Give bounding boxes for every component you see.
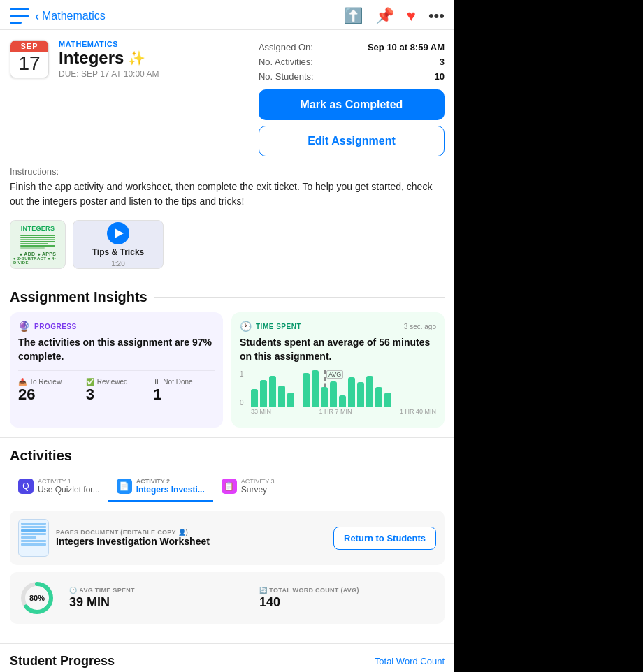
stats-divider [62, 584, 62, 612]
student-progress-title: Student Progress [10, 654, 115, 669]
insights-title: Assignment Insights [10, 289, 147, 305]
chart-bar [330, 381, 337, 407]
doc-info: PAGES DOCUMENT (EDITABLE COPY 👤) Integer… [56, 529, 326, 547]
activity-tab-2[interactable]: 📄 ACTIVITY 2 Integers Investi... [108, 472, 213, 502]
chart-bar [278, 386, 285, 407]
quizlet-icon: Q [18, 479, 34, 494]
video-attachment[interactable]: Tips & Tricks 1:20 [73, 220, 164, 269]
not-done-stat: ⏸ Not Done 1 [147, 378, 215, 404]
insights-grid: 🔮 PROGRESS The activities on this assign… [0, 312, 454, 437]
survey-icon: 📋 [222, 479, 237, 494]
pages-icon: 📄 [117, 479, 132, 494]
students-label: No. Students: [259, 71, 314, 82]
mark-completed-button[interactable]: Mark as Completed [259, 89, 445, 120]
activities-row: No. Activities: 3 [259, 54, 445, 69]
activity-tab-3[interactable]: 📋 ACTIVITY 3 Survey [213, 472, 283, 502]
avg-time-value: 39 MIN [69, 595, 245, 610]
inbox-icon: 📥 [18, 378, 27, 386]
progress-stats: 📥 To Review 26 ✅ Reviewed 3 ⏸ Not Done [18, 370, 215, 404]
x-label-33: 33 MIN [251, 408, 271, 415]
chart-bar [269, 376, 276, 407]
chart-y-top: 1 [240, 370, 244, 378]
clock-icon-small: 🕐 [69, 587, 77, 594]
students-value: 10 [435, 71, 445, 82]
check-icon: ✅ [86, 378, 94, 386]
chart-bar [348, 377, 355, 407]
calendar-day: 17 [10, 52, 48, 78]
stats-divider-2 [252, 584, 252, 612]
doc-type-label: PAGES DOCUMENT (EDITABLE COPY 👤) [56, 529, 326, 536]
chart-bar [339, 395, 346, 407]
student-progress-section: Student Progress Total Word Count JB Jas… [0, 644, 454, 672]
chevron-left-icon: ‹ [35, 9, 39, 24]
attachments-row: INTEGERS ● ADD● APPS ● 2-SUBTRACT ● 4-DI… [0, 214, 454, 279]
return-to-students-button[interactable]: Return to Students [333, 527, 436, 550]
instructions-label: Instructions: [10, 166, 445, 177]
time-description: Students spent an average of 56 minutes … [240, 336, 436, 363]
chart-x-labels: 33 MIN 1 HR 7 MIN 1 HR 40 MIN [251, 408, 436, 415]
x-label-67: 1 HR 7 MIN [319, 408, 352, 415]
poster-attachment[interactable]: INTEGERS ● ADD● APPS ● 2-SUBTRACT ● 4-DI… [10, 220, 66, 269]
activities-value: 3 [440, 57, 445, 67]
sparkle-icon: ✨ [128, 50, 145, 66]
chart-bar [287, 393, 294, 407]
document-card: PAGES DOCUMENT (EDITABLE COPY 👤) Integer… [10, 511, 445, 565]
pin-icon[interactable]: 📌 [375, 7, 394, 25]
time-card: 🕐 TIME SPENT 3 sec. ago Students spent a… [231, 312, 445, 428]
due-date: DUE: SEP 17 AT 10:00 AM [59, 69, 252, 79]
sidebar-toggle[interactable] [10, 8, 29, 24]
progress-type-label: PROGRESS [34, 323, 77, 330]
time-type-label: TIME SPENT [256, 323, 301, 330]
chart-bar [260, 380, 267, 407]
doc-thumbnail [18, 519, 49, 557]
activities-label: No. Activities: [259, 57, 313, 67]
calendar-badge: SEP 17 [10, 40, 49, 78]
chart-bar [303, 373, 310, 407]
student-progress-header: Student Progress Total Word Count [10, 654, 445, 669]
assigned-on-row: Assigned On: Sep 10 at 8:59 AM [259, 40, 445, 54]
play-button[interactable] [107, 222, 129, 244]
assigned-on-label: Assigned On: [259, 42, 313, 52]
chart-bar [321, 387, 328, 407]
back-navigation[interactable]: ‹ Mathematics [35, 9, 106, 24]
chart-bar [384, 393, 391, 407]
x-label-100: 1 HR 40 MIN [400, 408, 436, 415]
activity-tab-1[interactable]: Q ACTIVITY 1 Use Quizlet for... [10, 472, 108, 502]
chart-bar [366, 376, 373, 407]
share-icon[interactable]: ⬆️ [344, 7, 363, 25]
card-timestamp: 3 sec. ago [404, 323, 436, 330]
insights-section-header: Assignment Insights [0, 279, 454, 312]
total-word-count-link[interactable]: Total Word Count [375, 656, 445, 666]
activities-title: Activities [10, 448, 445, 464]
doc-name: Integers Investigation Worksheet [56, 536, 326, 547]
activity-stats-bar: 80% 🕐 AVG TIME SPENT 39 MIN 🔄 TOTAL WORD… [10, 572, 445, 624]
progress-description: The activities on this assignment are 97… [18, 336, 215, 363]
word-count-icon: 🔄 [259, 587, 267, 594]
students-row: No. Students: 10 [259, 69, 445, 84]
to-review-stat: 📥 To Review 26 [18, 378, 80, 404]
progress-type-icon: 🔮 [18, 321, 30, 332]
assignment-title: Integers ✨ [59, 48, 252, 68]
pending-icon: ⏸ [153, 378, 160, 386]
chart-y-bottom: 0 [240, 399, 244, 407]
word-count-stat: 🔄 TOTAL WORD COUNT (AVG) 140 [259, 587, 435, 610]
more-icon[interactable]: ••• [428, 7, 445, 25]
chart-bar [357, 382, 364, 407]
toolbar-icons: ⬆️ 📌 ♥ ••• [344, 7, 445, 25]
chart-bar [251, 389, 258, 407]
top-bar: ‹ Mathematics ⬆️ 📌 ♥ ••• [0, 0, 454, 30]
donut-chart: 80% [20, 580, 55, 615]
edit-assignment-button[interactable]: Edit Assignment [259, 126, 445, 156]
assignment-title-block: MATHEMATICS Integers ✨ DUE: SEP 17 AT 10… [59, 40, 252, 79]
back-label: Mathematics [42, 10, 106, 22]
calendar-month: SEP [10, 41, 48, 52]
instructions-text: Finish the app activity and worksheet, t… [10, 180, 445, 209]
video-duration: 1:20 [111, 260, 124, 268]
time-type-icon: 🕐 [240, 321, 252, 332]
video-title: Tips & Tricks [92, 247, 144, 257]
heart-icon[interactable]: ♥ [407, 7, 416, 25]
assigned-on-value: Sep 10 at 8:59 AM [368, 42, 445, 52]
avg-label: AVG [326, 370, 343, 379]
progress-card: 🔮 PROGRESS The activities on this assign… [10, 312, 223, 428]
chart-bar [375, 387, 382, 407]
